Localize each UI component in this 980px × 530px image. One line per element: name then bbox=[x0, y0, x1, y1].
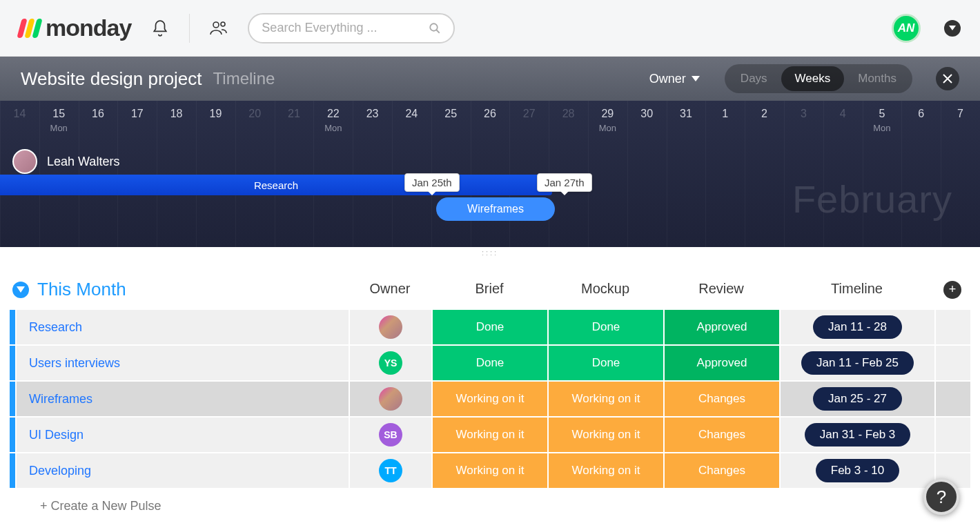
col-header-timeline[interactable]: Timeline bbox=[779, 281, 934, 299]
timeline-pill[interactable]: Jan 31 - Feb 3 bbox=[805, 423, 911, 446]
search-input[interactable] bbox=[262, 21, 422, 35]
range-months[interactable]: Months bbox=[844, 66, 910, 91]
status-brief[interactable]: Working on it bbox=[431, 382, 547, 416]
row-stripe bbox=[10, 453, 15, 488]
timeline-day[interactable]: 21 bbox=[275, 101, 314, 141]
timeline-pill[interactable]: Feb 3 - 10 bbox=[816, 459, 900, 482]
date-tooltip-end: Jan 27th bbox=[537, 173, 592, 192]
new-pulse-label[interactable]: + Create a New Pulse bbox=[15, 489, 970, 522]
owner-cell[interactable]: SB bbox=[349, 418, 431, 452]
table-row[interactable]: WireframesWorking on itWorking on itChan… bbox=[10, 382, 970, 416]
timeline-bar-research[interactable]: Research bbox=[0, 175, 552, 195]
notifications-icon[interactable] bbox=[150, 19, 170, 38]
status-mockup[interactable]: Working on it bbox=[547, 382, 663, 416]
search-box[interactable] bbox=[248, 13, 455, 43]
status-mockup[interactable]: Done bbox=[547, 310, 663, 344]
close-timeline-button[interactable] bbox=[936, 67, 959, 90]
status-review[interactable]: Changes bbox=[663, 418, 779, 452]
timeline-day[interactable]: 19 bbox=[196, 101, 235, 141]
status-review[interactable]: Changes bbox=[663, 382, 779, 416]
new-pulse-row[interactable]: + Create a New Pulse bbox=[10, 489, 970, 522]
status-mockup[interactable]: Done bbox=[547, 346, 663, 380]
timeline-day[interactable]: 16 bbox=[79, 101, 118, 141]
status-review[interactable]: Changes bbox=[663, 453, 779, 488]
status-review[interactable]: Approved bbox=[663, 310, 779, 344]
row-name[interactable]: UI Design bbox=[15, 418, 349, 452]
timeline-day[interactable]: 2 bbox=[745, 101, 784, 141]
timeline-day[interactable]: 24 bbox=[392, 101, 431, 141]
timeline-day[interactable]: 28 bbox=[549, 101, 588, 141]
range-days[interactable]: Days bbox=[727, 66, 781, 91]
status-brief[interactable]: Working on it bbox=[431, 453, 547, 488]
range-weeks[interactable]: Weeks bbox=[781, 66, 845, 91]
search-icon[interactable] bbox=[429, 22, 441, 35]
owner-dropdown[interactable]: Owner bbox=[649, 72, 700, 86]
timeline-day[interactable]: 20 bbox=[235, 101, 275, 141]
timeline-pill[interactable]: Jan 11 - Feb 25 bbox=[801, 351, 914, 375]
status-mockup[interactable]: Working on it bbox=[547, 453, 663, 488]
timeline-day[interactable]: 25 bbox=[431, 101, 471, 141]
timeline-day[interactable]: 15Mon bbox=[39, 101, 79, 141]
row-name[interactable]: Developing bbox=[15, 453, 349, 488]
col-header-brief[interactable]: Brief bbox=[431, 281, 547, 299]
timeline-day[interactable]: 14 bbox=[0, 101, 39, 141]
svg-point-0 bbox=[213, 22, 219, 28]
person-avatar[interactable] bbox=[12, 149, 37, 174]
people-icon[interactable] bbox=[209, 19, 228, 38]
status-brief[interactable]: Working on it bbox=[431, 418, 547, 452]
timeline-day[interactable]: 3 bbox=[784, 101, 823, 141]
table-row[interactable]: UI DesignSBWorking on itWorking on itCha… bbox=[10, 418, 970, 452]
timeline-body[interactable]: 1415Mon16171819202122Mon23242526272829Mo… bbox=[0, 101, 980, 247]
timeline-day[interactable]: 7 bbox=[941, 101, 980, 141]
timeline-bar-wireframes[interactable]: Wireframes bbox=[436, 197, 555, 221]
timeline-day[interactable]: 29Mon bbox=[588, 101, 627, 141]
timeline-day[interactable]: 30 bbox=[627, 101, 667, 141]
timeline-cell[interactable]: Feb 3 - 10 bbox=[779, 453, 934, 488]
timeline-day[interactable]: 31 bbox=[667, 101, 706, 141]
row-name[interactable]: Users interviews bbox=[15, 346, 349, 380]
timeline-pill[interactable]: Jan 25 - 27 bbox=[813, 387, 902, 411]
col-header-mockup[interactable]: Mockup bbox=[547, 281, 663, 299]
table-row[interactable]: Users interviewsYSDoneDoneApprovedJan 11… bbox=[10, 346, 970, 380]
col-header-owner[interactable]: Owner bbox=[349, 281, 431, 299]
group-title[interactable]: This Month bbox=[37, 279, 126, 300]
timeline-day[interactable]: 4 bbox=[823, 101, 863, 141]
timeline-day[interactable]: 23 bbox=[353, 101, 392, 141]
brand-logo[interactable]: monday bbox=[19, 14, 131, 41]
col-header-review[interactable]: Review bbox=[663, 281, 779, 299]
table-row[interactable]: DevelopingTTWorking on itWorking on itCh… bbox=[10, 453, 970, 488]
timeline-day[interactable]: 6 bbox=[901, 101, 941, 141]
owner-cell[interactable]: YS bbox=[349, 346, 431, 380]
timeline-pill[interactable]: Jan 11 - 28 bbox=[813, 315, 902, 339]
board-rows: ResearchDoneDoneApprovedJan 11 - 28Users… bbox=[10, 310, 970, 488]
owner-cell[interactable]: TT bbox=[349, 453, 431, 488]
timeline-day[interactable]: 22Mon bbox=[313, 101, 353, 141]
help-button[interactable]: ? bbox=[923, 479, 959, 515]
timeline-day[interactable]: 1 bbox=[705, 101, 745, 141]
status-brief[interactable]: Done bbox=[431, 346, 547, 380]
timeline-day[interactable]: 27 bbox=[509, 101, 549, 141]
timeline-day[interactable]: 18 bbox=[157, 101, 196, 141]
owner-dropdown-label: Owner bbox=[649, 72, 686, 86]
user-avatar[interactable]: AN bbox=[892, 14, 921, 43]
collapse-group-button[interactable] bbox=[12, 282, 29, 298]
add-column-button[interactable]: + bbox=[943, 281, 961, 299]
owner-cell[interactable] bbox=[349, 310, 431, 344]
user-menu-caret[interactable] bbox=[944, 20, 961, 37]
owner-cell[interactable] bbox=[349, 382, 431, 416]
timeline-cell[interactable]: Jan 11 - 28 bbox=[779, 310, 934, 344]
status-mockup[interactable]: Working on it bbox=[547, 418, 663, 452]
row-name[interactable]: Research bbox=[15, 310, 349, 344]
resize-handle[interactable]: :::: bbox=[0, 247, 980, 258]
status-review[interactable]: Approved bbox=[663, 346, 779, 380]
month-watermark: February bbox=[792, 177, 952, 222]
timeline-day[interactable]: 5Mon bbox=[863, 101, 902, 141]
timeline-day[interactable]: 26 bbox=[471, 101, 510, 141]
timeline-cell[interactable]: Jan 11 - Feb 25 bbox=[779, 346, 934, 380]
row-name[interactable]: Wireframes bbox=[15, 382, 349, 416]
timeline-cell[interactable]: Jan 31 - Feb 3 bbox=[779, 418, 934, 452]
timeline-day[interactable]: 17 bbox=[117, 101, 157, 141]
status-brief[interactable]: Done bbox=[431, 310, 547, 344]
timeline-cell[interactable]: Jan 25 - 27 bbox=[779, 382, 934, 416]
table-row[interactable]: ResearchDoneDoneApprovedJan 11 - 28 bbox=[10, 310, 970, 344]
